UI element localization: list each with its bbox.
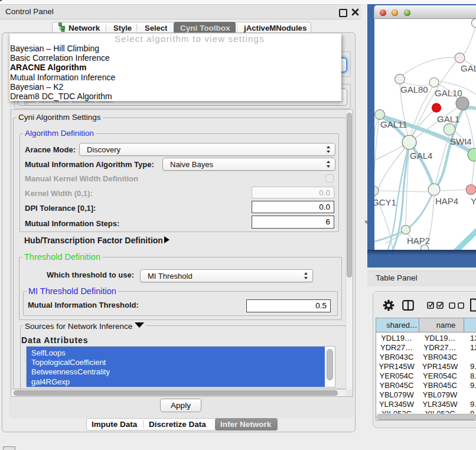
- svg-text:GAL11: GAL11: [380, 119, 407, 129]
- svg-text:GCY1: GCY1: [374, 197, 396, 207]
- svg-text:GAL10: GAL10: [435, 88, 462, 98]
- svg-text:GAL1: GAL1: [437, 114, 459, 124]
- svg-text:SWI4: SWI4: [450, 136, 472, 146]
- svg-text:Y: Y: [471, 196, 476, 206]
- svg-text:HAP4: HAP4: [435, 196, 458, 206]
- svg-text:GAL80: GAL80: [400, 84, 428, 94]
- svg-text:GAL4: GAL4: [410, 151, 432, 161]
- svg-text:GAL: GAL: [461, 63, 476, 73]
- svg-text:HAP2: HAP2: [407, 236, 430, 246]
